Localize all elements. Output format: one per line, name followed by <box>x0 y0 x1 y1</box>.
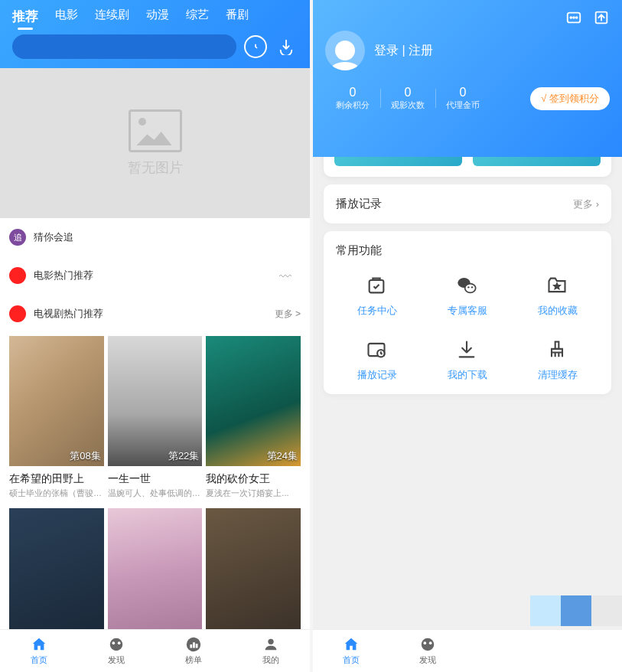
func-label: 任务中心 <box>357 304 397 318</box>
stats-row: 0 剩余积分 0 观影次数 0 代理金币 √ 签到领积分 <box>325 86 610 111</box>
section-tv-hot[interactable]: 电视剧热门推荐 更多 > <box>9 295 301 333</box>
func-clear-cache[interactable]: 清理缓存 <box>516 339 599 382</box>
poster-card[interactable]: 第24集 我的砍价女王 夏浅在一次订婚宴上... <box>206 336 301 499</box>
poster-image: 第22集 <box>108 336 203 466</box>
stat-value: 0 <box>336 86 370 99</box>
nav-ranking[interactable]: 榜单 <box>155 630 233 672</box>
episode-badge: 第08集 <box>70 449 100 463</box>
tab-series[interactable]: 连续剧 <box>95 8 129 25</box>
nav-label: 首页 <box>343 654 360 666</box>
episode-badge: 第24集 <box>267 449 298 463</box>
exchange-vip-button[interactable]: 积分换会员 <box>334 157 462 166</box>
home-icon <box>31 636 47 653</box>
discover-icon <box>108 636 125 653</box>
nav-discover[interactable]: 发现 <box>77 630 155 672</box>
nav-home[interactable]: 首页 <box>313 630 389 672</box>
stat-coins[interactable]: 0 代理金币 <box>435 86 490 111</box>
func-task-center[interactable]: 任务中心 <box>336 275 418 318</box>
stat-value: 0 <box>391 86 425 99</box>
section-movie-hot[interactable]: 电影热门推荐 〰 <box>9 256 301 295</box>
download-icon[interactable] <box>275 35 298 58</box>
stat-views[interactable]: 0 观影次数 <box>380 86 435 111</box>
svg-point-16 <box>467 286 469 288</box>
func-play-history[interactable]: 播放记录 <box>336 339 418 382</box>
history-icon[interactable] <box>244 35 267 58</box>
func-label: 专属客服 <box>448 304 487 318</box>
nav-label: 首页 <box>31 654 47 666</box>
func-label: 播放记录 <box>357 368 397 382</box>
svg-point-22 <box>424 641 427 644</box>
image-placeholder-icon <box>129 109 182 152</box>
download-icon <box>456 339 479 362</box>
section-guess[interactable]: 追 猜你会追 <box>9 218 301 256</box>
func-favorites[interactable]: 我的收藏 <box>516 275 599 318</box>
brush-icon <box>546 339 569 362</box>
tab-variety[interactable]: 综艺 <box>186 8 209 25</box>
action-card: 积分换会员 分享有礼 <box>324 157 611 177</box>
section-title: 电视剧热门推荐 <box>34 307 267 321</box>
stat-points[interactable]: 0 剩余积分 <box>325 86 380 111</box>
decoration <box>530 595 622 626</box>
more-link[interactable]: 更多 > <box>275 308 301 321</box>
poster-title: 在希望的田野上 <box>9 472 104 486</box>
poster-card[interactable]: 第22集 一生一世 温婉可人、处事低调的业... <box>108 336 203 499</box>
poster-subtitle: 夏浅在一次订婚宴上... <box>206 488 301 499</box>
functions-grid: 任务中心 专属客服 我的收藏 播放记录 我的下载 <box>336 275 599 382</box>
banner-placeholder[interactable]: 暂无图片 <box>0 68 310 218</box>
header-actions <box>325 9 610 26</box>
stat-label: 剩余积分 <box>336 99 370 111</box>
wechat-icon <box>456 275 479 298</box>
section-title: 电影热门推荐 <box>34 269 272 282</box>
bottom-nav: 首页 发现 <box>313 629 622 672</box>
profile-row[interactable]: 登录 | 注册 <box>325 31 610 70</box>
nav-mine[interactable]: 我的 <box>233 630 310 672</box>
episode-badge: 第22集 <box>168 449 199 463</box>
search-input[interactable] <box>12 34 236 59</box>
svg-point-7 <box>269 639 274 644</box>
tab-recommend[interactable]: 推荐 <box>12 8 38 25</box>
message-icon[interactable] <box>565 9 582 26</box>
func-downloads[interactable]: 我的下载 <box>426 339 509 382</box>
func-label: 我的收藏 <box>538 304 578 318</box>
folder-star-icon <box>546 275 569 298</box>
poster-title: 我的砍价女王 <box>206 472 301 486</box>
card-header: 常用功能 <box>336 243 599 258</box>
tab-anime[interactable]: 动漫 <box>146 8 169 25</box>
poster-image: 第24集 <box>206 336 301 466</box>
tab-movie[interactable]: 电影 <box>55 8 78 25</box>
stat-label: 观影次数 <box>391 99 425 111</box>
follow-badge-icon: 追 <box>9 229 26 246</box>
discover-icon <box>419 636 436 653</box>
tab-bangumi[interactable]: 番剧 <box>226 8 249 25</box>
nav-home[interactable]: 首页 <box>0 630 77 672</box>
poster-card[interactable] <box>206 508 301 638</box>
poster-card[interactable] <box>108 508 203 638</box>
banner-text: 暂无图片 <box>128 158 183 177</box>
decoration-icon: 〰 <box>279 270 301 281</box>
svg-point-2 <box>118 641 121 644</box>
func-label: 我的下载 <box>448 368 487 382</box>
poster-card[interactable] <box>9 508 104 638</box>
svg-rect-5 <box>193 642 195 648</box>
section-title: 猜你会追 <box>34 230 301 244</box>
nav-discover[interactable]: 发现 <box>389 630 466 672</box>
svg-rect-4 <box>191 644 193 648</box>
checkin-button[interactable]: √ 签到领积分 <box>530 87 610 110</box>
profile-screen: 登录 | 注册 0 剩余积分 0 观影次数 0 代理金币 √ 签到领积分 积分换… <box>313 0 622 672</box>
share-icon[interactable] <box>593 9 610 26</box>
poster-row <box>9 508 301 638</box>
poster-card[interactable]: 第08集 在希望的田野上 硕士毕业的张楠（曹骏饰... <box>9 336 104 499</box>
person-icon <box>262 636 279 653</box>
func-customer-service[interactable]: 专属客服 <box>426 275 509 318</box>
func-label: 清理缓存 <box>538 368 578 382</box>
poster-image: 第08集 <box>9 336 104 466</box>
svg-point-10 <box>573 17 575 18</box>
nav-label: 发现 <box>419 654 436 666</box>
red-dot-icon <box>9 267 26 284</box>
svg-point-0 <box>110 638 123 651</box>
svg-rect-6 <box>196 644 198 648</box>
more-link[interactable]: 更多 › <box>573 197 599 211</box>
share-reward-button[interactable]: 分享有礼 <box>473 157 601 166</box>
login-register-link[interactable]: 登录 | 注册 <box>374 43 433 59</box>
svg-point-11 <box>576 17 578 18</box>
